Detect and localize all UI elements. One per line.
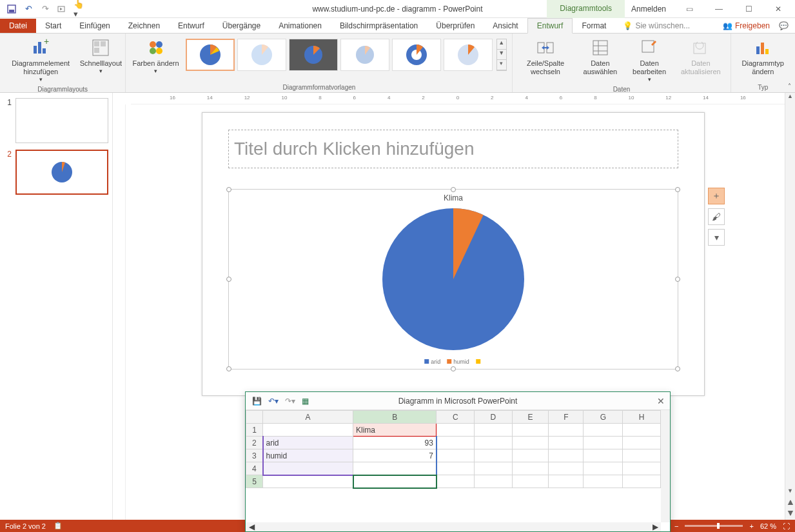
zoom-out-icon[interactable]: − <box>674 522 678 530</box>
scroll-up-icon[interactable]: ▲ <box>785 93 795 103</box>
cell-B4[interactable] <box>353 462 437 475</box>
gallery-nav[interactable]: ▲▼▾ <box>496 39 507 71</box>
zoom-in-icon[interactable]: + <box>749 522 753 530</box>
gallery-more-icon[interactable]: ▾ <box>497 60 506 70</box>
col-F[interactable]: F <box>549 411 584 424</box>
add-chart-element-button[interactable]: + Diagrammelement hinzufügen▾ <box>5 36 76 84</box>
row-1[interactable]: 1 <box>246 424 263 437</box>
zoom-level[interactable]: 62 % <box>760 522 776 530</box>
chart-styles-icon[interactable]: 🖌 <box>708 208 725 225</box>
comments-icon[interactable]: 💬 <box>779 21 789 30</box>
tab-review[interactable]: Überprüfen <box>427 19 484 33</box>
chart-object[interactable]: Klima arid humid <box>228 189 678 369</box>
col-A[interactable]: A <box>263 411 353 424</box>
title-placeholder[interactable]: Titel durch Klicken hinzufügen <box>228 130 678 168</box>
gallery-up-icon[interactable]: ▲ <box>497 39 506 50</box>
datasheet-titlebar[interactable]: 💾 ↶▾ ↷▾ ▦ Diagramm in Microsoft PowerPoi… <box>246 392 670 410</box>
datasheet-close-icon[interactable]: ✕ <box>657 396 665 406</box>
style-3[interactable] <box>289 39 338 71</box>
tab-draw[interactable]: Zeichnen <box>119 19 169 33</box>
tab-view[interactable]: Ansicht <box>484 19 527 33</box>
tab-transitions[interactable]: Übergänge <box>213 19 270 33</box>
maximize-icon[interactable]: ☐ <box>736 2 761 16</box>
ribbon-display-icon[interactable]: ▭ <box>676 2 702 16</box>
hscroll-right-icon[interactable]: ▶ <box>649 522 661 531</box>
slide-thumb-2[interactable] <box>15 150 108 195</box>
switch-row-col-button[interactable]: Zeile/Spalte wechseln <box>518 36 573 77</box>
chart-elements-icon[interactable]: ＋ <box>708 188 725 204</box>
prev-slide-icon[interactable]: ⯅ <box>785 499 795 509</box>
slide-thumb-1[interactable] <box>15 98 108 143</box>
touch-mode-icon[interactable]: 👆▾ <box>74 4 84 14</box>
col-B[interactable]: B <box>353 411 437 424</box>
start-from-beginning-icon[interactable] <box>57 4 67 14</box>
tab-design[interactable]: Entwurf <box>169 19 213 33</box>
edit-data-button[interactable]: Daten bearbeiten▾ <box>627 36 671 84</box>
tab-animations[interactable]: Animationen <box>270 19 331 33</box>
style-2[interactable] <box>237 39 286 71</box>
style-5[interactable] <box>392 39 441 71</box>
next-slide-icon[interactable]: ⯆ <box>785 509 795 520</box>
cell-B5[interactable] <box>353 475 437 488</box>
undo-icon[interactable]: ↶ <box>23 4 34 14</box>
pie-chart[interactable] <box>379 205 527 353</box>
gallery-down-icon[interactable]: ▼ <box>497 50 506 60</box>
ds-save-icon[interactable]: 💾 <box>252 397 262 406</box>
row-3[interactable]: 3 <box>246 449 263 462</box>
tab-file[interactable]: Datei <box>0 19 36 33</box>
datasheet-grid[interactable]: ABCDEFGH 1Klima 2arid93 3humid7 4 5 <box>246 410 661 522</box>
cell-A5[interactable] <box>263 475 353 488</box>
ds-excel-icon[interactable]: ▦ <box>302 397 309 406</box>
signin-link[interactable]: Anmelden <box>631 5 666 14</box>
chart-filters-icon[interactable]: ▾ <box>708 229 725 246</box>
tab-start[interactable]: Start <box>36 19 70 33</box>
row-5[interactable]: 5 <box>246 475 263 488</box>
minimize-icon[interactable]: — <box>706 2 732 16</box>
redo-icon[interactable]: ↷ <box>40 4 50 14</box>
save-icon[interactable] <box>6 4 17 14</box>
col-H[interactable]: H <box>623 411 661 424</box>
cell-B1[interactable]: Klima <box>353 424 437 437</box>
scroll-down-icon[interactable]: ▼ <box>785 488 795 498</box>
row-2[interactable]: 2 <box>246 437 263 449</box>
share-button[interactable]: 👥 Freigeben <box>723 21 770 30</box>
hscroll-left-icon[interactable]: ◀ <box>246 522 257 531</box>
tell-me-search[interactable]: 💡 Sie wünschen... <box>623 21 690 30</box>
ds-redo-icon[interactable]: ↷▾ <box>285 397 295 406</box>
cell-A3[interactable]: humid <box>263 449 353 462</box>
tab-chart-design[interactable]: Entwurf <box>527 18 573 34</box>
change-chart-type-button[interactable]: Diagrammtyp ändern <box>736 36 790 77</box>
ds-undo-icon[interactable]: ↶▾ <box>268 397 279 406</box>
col-C[interactable]: C <box>437 411 475 424</box>
chart-legend[interactable]: arid humid <box>424 359 482 365</box>
close-icon[interactable]: ✕ <box>765 2 791 16</box>
slide-counter[interactable]: Folie 2 von 2 <box>5 522 46 530</box>
datasheet-hscroll[interactable]: ◀▶ <box>246 522 661 531</box>
col-G[interactable]: G <box>584 411 623 424</box>
zoom-slider[interactable] <box>685 525 743 527</box>
style-1[interactable] <box>186 39 235 71</box>
tab-slideshow[interactable]: Bildschirmpräsentation <box>331 19 427 33</box>
col-E[interactable]: E <box>512 411 548 424</box>
quick-layout-button[interactable]: Schnelllayout▾ <box>81 36 120 76</box>
slide-canvas[interactable]: Titel durch Klicken hinzufügen Klima ari… <box>202 112 705 396</box>
cell-A4[interactable] <box>263 462 353 475</box>
style-4[interactable] <box>340 39 389 71</box>
tab-insert[interactable]: Einfügen <box>70 19 119 33</box>
notes-icon[interactable]: 📋 <box>54 522 63 530</box>
cell-B2[interactable]: 93 <box>353 437 437 449</box>
cell-A1[interactable] <box>263 424 353 437</box>
style-6[interactable] <box>444 39 493 71</box>
cell-A2[interactable]: arid <box>263 437 353 449</box>
datasheet-vscroll[interactable] <box>661 410 670 522</box>
cell-B3[interactable]: 7 <box>353 449 437 462</box>
chart-title[interactable]: Klima <box>444 193 463 202</box>
col-D[interactable]: D <box>475 411 513 424</box>
collapse-ribbon-icon[interactable]: ˄ <box>788 83 791 90</box>
select-data-button[interactable]: Daten auswählen <box>578 36 622 77</box>
vertical-scrollbar[interactable]: ▲ ▼ ⯅⯆ <box>785 93 795 520</box>
datasheet-window[interactable]: 💾 ↶▾ ↷▾ ▦ Diagramm in Microsoft PowerPoi… <box>245 391 671 532</box>
fit-to-window-icon[interactable]: ⛶ <box>783 522 790 530</box>
tab-chart-format[interactable]: Format <box>573 19 615 33</box>
row-4[interactable]: 4 <box>246 462 263 475</box>
